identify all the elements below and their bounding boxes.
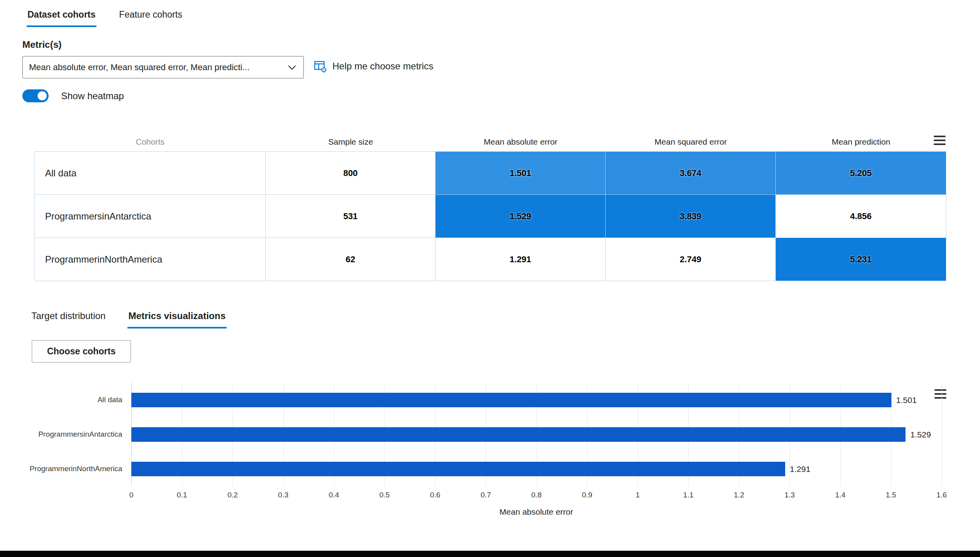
column-header-mean-prediction: Mean prediction (776, 137, 946, 147)
chart-gridline (638, 383, 638, 486)
chart-menu-icon[interactable] (935, 389, 946, 399)
table-body: All data8001.5013.6745.205ProgrammersinA… (34, 151, 946, 281)
table-row: All data8001.5013.6745.205 (35, 152, 946, 195)
sample-size-cell: 800 (266, 152, 436, 195)
chart-category-label: ProgrammersinAntarctica (0, 417, 122, 452)
cohort-metrics-table: Cohorts Sample size Mean absolute error … (34, 132, 946, 281)
x-tick-label: 0.9 (582, 491, 592, 499)
x-tick-label: 0.2 (227, 491, 238, 499)
cohort-name-cell: ProgrammersinAntarctica (35, 195, 266, 238)
heatmap-metric-cell: 1.529 (436, 195, 606, 238)
column-header-mse: Mean squared error (606, 137, 776, 147)
chart-gridline (385, 383, 385, 486)
chevron-down-icon (288, 65, 296, 70)
toggle-knob (38, 91, 47, 100)
cohort-name-cell: ProgrammerinNorthAmerica (35, 238, 266, 281)
chart-gridline (435, 383, 436, 486)
sample-size-cell: 62 (266, 238, 436, 281)
model-overview-page: Dataset cohorts Feature cohorts Metric(s… (0, 0, 980, 557)
table-row: ProgrammerinNorthAmerica621.2912.7495.23… (35, 238, 946, 281)
chart-gridline (131, 383, 132, 486)
metrics-settings-icon (314, 60, 327, 73)
heatmap-metric-cell: 5.231 (776, 238, 946, 281)
heatmap-metric-cell: 5.205 (776, 152, 946, 195)
bar-value-label: 1.501 (896, 393, 917, 407)
chart-gridline (334, 383, 334, 486)
x-tick-label: 0.1 (177, 491, 187, 499)
chart-x-axis-title: Mean absolute error (499, 507, 573, 517)
bar-value-label: 1.529 (910, 427, 931, 442)
chart-gridline (283, 383, 284, 486)
x-tick-label: 1.1 (683, 491, 693, 499)
tab-dataset-cohorts[interactable]: Dataset cohorts (27, 7, 96, 27)
x-tick-label: 0.7 (481, 491, 491, 499)
chart-bar (131, 393, 891, 407)
x-tick-label: 0.5 (379, 491, 390, 499)
bar-value-label: 1.291 (790, 462, 811, 476)
metrics-label: Metric(s) (22, 39, 62, 50)
x-tick-label: 0.4 (329, 491, 339, 499)
heatmap-metric-cell: 4.856 (776, 195, 946, 238)
cohort-name-cell: All data (35, 152, 266, 195)
column-header-mae: Mean absolute error (436, 137, 606, 147)
x-tick-label: 0 (129, 491, 134, 499)
x-tick-label: 1 (636, 491, 640, 499)
heatmap-metric-cell: 3.839 (606, 195, 776, 238)
heatmap-metric-cell: 1.291 (436, 238, 606, 281)
chart-bar (131, 427, 906, 442)
x-tick-label: 1.4 (835, 491, 845, 499)
chart-bar (131, 462, 785, 476)
chart-gridline (486, 383, 486, 486)
show-heatmap-row: Show heatmap (22, 89, 124, 102)
choose-cohorts-button[interactable]: Choose cohorts (32, 340, 131, 363)
x-tick-label: 0.6 (430, 491, 440, 499)
chart-gridline (789, 383, 790, 486)
chart-category-label: All data (0, 383, 122, 417)
visualization-tabs: Target distribution Metrics visualizatio… (31, 308, 227, 328)
cohort-type-tabs: Dataset cohorts Feature cohorts (27, 7, 183, 27)
show-heatmap-label: Show heatmap (61, 91, 124, 102)
x-tick-label: 0.3 (278, 491, 288, 499)
chart-gridline (182, 383, 182, 486)
tab-feature-cohorts[interactable]: Feature cohorts (118, 7, 183, 27)
heatmap-metric-cell: 3.674 (606, 152, 776, 195)
sample-size-cell: 531 (266, 195, 436, 238)
help-choose-metrics-label: Help me choose metrics (332, 61, 433, 72)
metrics-dropdown-value: Mean absolute error, Mean squared error,… (29, 62, 250, 73)
help-choose-metrics-button[interactable]: Help me choose metrics (314, 60, 433, 73)
metrics-dropdown[interactable]: Mean absolute error, Mean squared error,… (22, 56, 304, 78)
heatmap-metric-cell: 2.749 (606, 238, 776, 281)
table-header-row: Cohorts Sample size Mean absolute error … (34, 132, 946, 151)
chart-gridline (891, 383, 891, 486)
x-tick-label: 0.8 (531, 491, 541, 499)
chart-gridline (537, 383, 537, 486)
chart-gridline (688, 383, 689, 486)
table-row: ProgrammersinAntarctica5311.5293.8394.85… (35, 195, 946, 238)
heatmap-metric-cell: 1.501 (436, 152, 606, 195)
column-header-cohorts: Cohorts (34, 137, 266, 147)
table-menu-icon[interactable] (934, 136, 946, 145)
chart-gridline (739, 383, 739, 486)
chart-gridline (232, 383, 233, 486)
show-heatmap-toggle[interactable] (22, 89, 49, 102)
chart-gridline (587, 383, 588, 486)
chart-gridline (840, 383, 841, 486)
tab-target-distribution[interactable]: Target distribution (31, 308, 106, 328)
chart-category-label: ProgrammerinNorthAmerica (0, 452, 122, 486)
x-tick-label: 1.3 (784, 491, 795, 499)
x-tick-label: 1.2 (734, 491, 744, 499)
x-tick-label: 1.6 (936, 491, 947, 499)
tab-metrics-visualizations[interactable]: Metrics visualizations (127, 308, 226, 328)
x-tick-label: 1.5 (886, 491, 896, 499)
column-header-sample-size: Sample size (266, 137, 436, 147)
bottom-edge-bar (0, 551, 980, 557)
